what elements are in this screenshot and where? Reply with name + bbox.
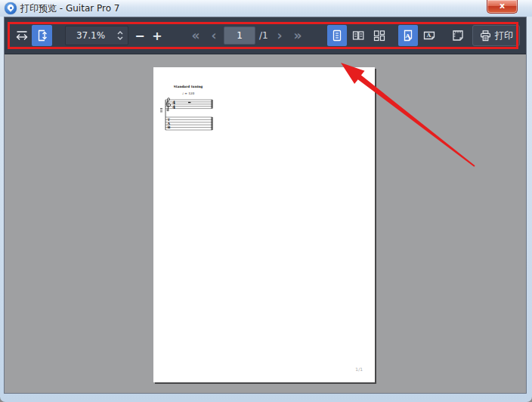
- plus-icon: +: [152, 29, 162, 43]
- zoom-level-select[interactable]: 37.1%: [65, 26, 128, 45]
- window-title: 打印预览 - Guitar Pro 7: [20, 2, 120, 15]
- page-total-label: /1: [259, 30, 268, 41]
- track-label-mark: [160, 108, 162, 109]
- multi-page-view-button[interactable]: [370, 25, 389, 46]
- zoom-out-button[interactable]: −: [131, 26, 148, 45]
- minus-icon: −: [135, 29, 144, 43]
- portrait-icon: A: [401, 29, 415, 42]
- last-page-icon: »: [294, 28, 302, 43]
- next-page-button[interactable]: ›: [273, 26, 286, 45]
- time-signature-bottom: 4: [172, 104, 175, 110]
- first-page-button[interactable]: «: [187, 26, 205, 45]
- print-button[interactable]: 打印: [472, 25, 520, 46]
- tab-letter-b: B: [168, 125, 171, 129]
- previous-page-button[interactable]: ‹: [207, 26, 221, 45]
- landscape-icon: A: [422, 29, 436, 42]
- spinner-arrows-icon: [116, 29, 125, 42]
- tuning-text: Standard tuning: [174, 85, 203, 88]
- page-setup-button[interactable]: [448, 25, 468, 46]
- page-number-label: 1/1: [355, 366, 363, 372]
- content-area: 37.1% − + « ‹ /1 ›: [4, 17, 527, 394]
- score-notation: Standard tuning ♩ = 120 4 4: [158, 81, 226, 149]
- two-page-icon: [351, 29, 365, 42]
- landscape-orientation-button[interactable]: A: [419, 25, 439, 46]
- tab-staff: [165, 117, 212, 130]
- preview-page[interactable]: Standard tuning ♩ = 120 4 4: [153, 67, 375, 382]
- app-icon-pin-dot: [10, 7, 12, 9]
- track-label-mark: [160, 110, 162, 110]
- guitar-pro-app-icon: [5, 2, 17, 14]
- svg-text:A: A: [404, 32, 410, 39]
- whole-rest: [188, 102, 190, 103]
- page-setup-icon: [451, 29, 465, 42]
- zoom-level-value: 37.1%: [66, 30, 116, 41]
- next-page-icon: ›: [277, 28, 282, 43]
- printer-icon: [479, 29, 492, 42]
- svg-text:A: A: [426, 32, 431, 39]
- toolbar: 37.1% − + « ‹ /1 ›: [5, 17, 526, 54]
- fit-width-button[interactable]: [12, 26, 31, 45]
- print-preview-window: 打印预览 - Guitar Pro 7 x: [0, 0, 532, 402]
- first-page-icon: «: [192, 28, 200, 43]
- portrait-orientation-button[interactable]: A: [398, 25, 418, 46]
- print-button-label: 打印: [495, 29, 513, 42]
- close-icon: x: [500, 1, 505, 11]
- treble-clef: [166, 98, 170, 111]
- fit-width-icon: [15, 29, 29, 42]
- track-label-mark: [160, 111, 162, 112]
- close-button[interactable]: x: [487, 0, 518, 14]
- single-page-view-button[interactable]: [327, 25, 347, 46]
- previous-page-icon: ‹: [211, 28, 216, 43]
- last-page-button[interactable]: »: [289, 26, 307, 45]
- multi-page-grid-icon: [373, 29, 386, 42]
- current-page-input[interactable]: [224, 26, 255, 45]
- tempo-text: ♩ = 120: [182, 91, 194, 95]
- zoom-in-button[interactable]: +: [149, 26, 165, 45]
- titlebar: 打印预览 - Guitar Pro 7 x: [0, 0, 532, 17]
- two-page-view-button[interactable]: [348, 25, 368, 46]
- single-page-icon: [330, 29, 344, 42]
- fit-height-button[interactable]: [32, 25, 52, 46]
- fit-height-icon: [36, 29, 49, 42]
